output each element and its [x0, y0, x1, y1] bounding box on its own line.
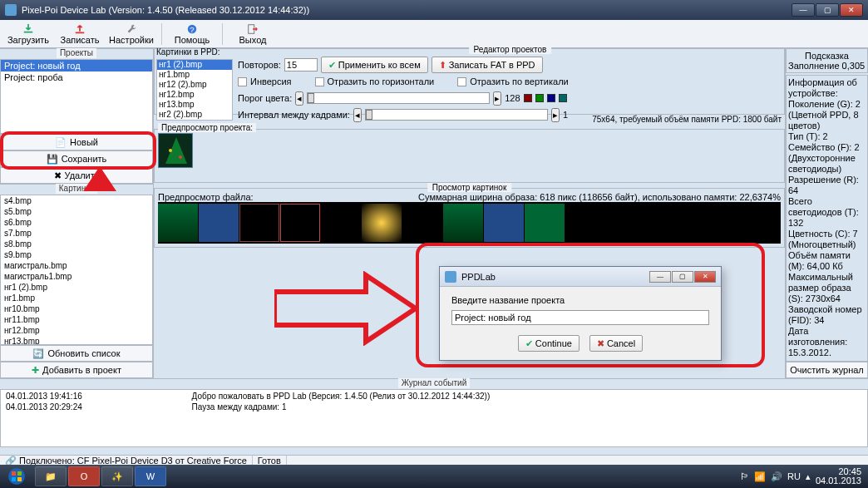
slider-right[interactable]: ▸: [551, 108, 560, 122]
maximize-button[interactable]: ▢: [816, 3, 839, 17]
clear-log-button[interactable]: Очистить журнал: [786, 362, 868, 378]
apply-all-button[interactable]: ✔Применить ко всем: [321, 57, 428, 73]
images-list[interactable]: s4.bmps5.bmps6.bmps7.bmps8.bmps9.bmpмаги…: [0, 195, 153, 345]
dialog-minimize[interactable]: —: [649, 271, 671, 283]
new-project-button[interactable]: 📄Новый: [0, 134, 153, 150]
projects-title: Проекты: [57, 48, 96, 58]
ppd-item[interactable]: нг12.bmp: [157, 90, 232, 100]
close-button[interactable]: ✕: [840, 3, 863, 17]
refresh-list-button[interactable]: 🔄Обновить список: [0, 345, 153, 362]
ppd-images-list[interactable]: нг1 (2).bmpнг1.bmpнг12 (2).bmpнг12.bmpнг…: [156, 59, 233, 121]
editor-title: Редактор проектов: [469, 45, 552, 54]
image-item[interactable]: s9.bmp: [1, 249, 152, 260]
image-item[interactable]: s7.bmp: [1, 228, 152, 239]
image-item[interactable]: s4.bmp: [1, 195, 152, 206]
log-row: 04.01.2013 20:29:24Пауза между кадрами: …: [2, 402, 866, 412]
write-button[interactable]: Записать: [55, 22, 105, 47]
download-icon: [22, 23, 34, 35]
slider-left[interactable]: ◂: [295, 91, 303, 106]
slider-left[interactable]: ◂: [353, 108, 362, 122]
svg-rect-7: [12, 471, 16, 476]
x-icon: ✖: [597, 338, 604, 349]
flip-v-checkbox[interactable]: [457, 77, 466, 86]
taskbar-word[interactable]: W: [135, 466, 166, 486]
project-item[interactable]: Project: новый год: [1, 60, 152, 71]
file-icon: 📄: [55, 137, 67, 148]
slider-right[interactable]: ▸: [493, 91, 501, 106]
repeats-input[interactable]: [284, 58, 318, 71]
image-item[interactable]: нг1 (2).bmp: [1, 282, 152, 293]
taskbar-explorer[interactable]: 📁: [35, 466, 67, 486]
status-ready: Готов: [253, 456, 287, 465]
write-fat-button[interactable]: ⬆Записать FAT в PPD: [432, 57, 543, 73]
cancel-button[interactable]: ✖Cancel: [589, 335, 643, 352]
flip-h-checkbox[interactable]: [315, 77, 324, 86]
window-titlebar: Pixel-Poi Device Lab (Version: 1.4.50 (R…: [0, 0, 868, 20]
save-project-button[interactable]: 💾Сохранить: [0, 150, 153, 167]
minimize-button[interactable]: —: [792, 3, 815, 17]
dialog-title: PPDLab: [461, 272, 496, 282]
interval-slider[interactable]: [365, 109, 548, 121]
svg-point-4: [169, 149, 172, 152]
ppd-item[interactable]: нг1 (2).bmp: [157, 60, 232, 70]
event-log[interactable]: 04.01.2013 19:41:16Добро пожаловать в PP…: [0, 389, 868, 447]
load-button[interactable]: Загрузить: [3, 22, 53, 47]
svg-point-5: [179, 155, 182, 159]
threshold-slider[interactable]: [307, 92, 490, 104]
tray-flag-icon[interactable]: 🏳: [740, 471, 749, 481]
tray-network-icon[interactable]: 📶: [754, 471, 766, 482]
taskbar: 📁 O ✨ W 🏳 📶 🔊 RU ▴ 20:4504.01.2013: [0, 465, 868, 488]
projects-list[interactable]: Project: новый год Project: проба: [0, 59, 153, 134]
main-toolbar: Загрузить Записать Настройки ? Помощь Вы…: [0, 20, 868, 48]
app-icon: [5, 4, 17, 16]
image-item[interactable]: нг10.bmp: [1, 303, 152, 314]
event-log-title: Журнал событий: [398, 378, 471, 388]
image-item[interactable]: s5.bmp: [1, 206, 152, 217]
add-to-project-button[interactable]: ✚Добавить в проект: [0, 362, 153, 378]
image-item[interactable]: s8.bmp: [1, 239, 152, 249]
image-item[interactable]: магистраль1.bmp: [1, 271, 152, 282]
svg-rect-8: [17, 471, 22, 476]
project-item[interactable]: Project: проба: [1, 71, 152, 83]
color-swatch[interactable]: [524, 94, 532, 102]
hint-fill: Заполнение 0,305: [788, 61, 866, 71]
image-item[interactable]: нг13.bmp: [1, 336, 152, 345]
images-title: Картинки: [56, 184, 97, 194]
color-swatch[interactable]: [535, 94, 544, 102]
svg-text:?: ?: [190, 24, 194, 33]
project-name-input[interactable]: [451, 310, 709, 325]
image-item[interactable]: нг12.bmp: [1, 325, 152, 336]
ppd-item[interactable]: нг2 (2).bmp: [157, 110, 232, 120]
dialog-prompt: Введите название проекта: [451, 295, 709, 305]
ppd-item[interactable]: нг13.bmp: [157, 100, 232, 110]
color-swatch[interactable]: [559, 94, 567, 102]
start-button[interactable]: [0, 465, 33, 488]
threshold-label: Порог цвета:: [238, 93, 292, 103]
taskbar-opera[interactable]: O: [68, 466, 100, 486]
image-item[interactable]: магистраль.bmp: [1, 260, 152, 271]
help-icon: ?: [186, 23, 198, 35]
svg-rect-10: [17, 477, 22, 481]
taskbar-app[interactable]: ✨: [101, 466, 133, 486]
refresh-icon: 🔄: [32, 348, 44, 359]
dialog-icon: [445, 271, 456, 283]
tray-clock[interactable]: 20:4504.01.2013: [816, 467, 861, 486]
tray-lang[interactable]: RU: [787, 471, 801, 481]
window-title: Pixel-Poi Device Lab (Version: 1.4.50 (R…: [22, 5, 309, 15]
continue-button[interactable]: ✔Continue: [518, 335, 579, 352]
help-button[interactable]: ? Помощь: [167, 22, 217, 47]
dialog-maximize[interactable]: ▢: [672, 271, 693, 283]
image-item[interactable]: s6.bmp: [1, 217, 152, 228]
dialog-close[interactable]: ✕: [694, 271, 716, 283]
invert-checkbox[interactable]: [238, 77, 247, 86]
color-swatch[interactable]: [547, 94, 555, 102]
exit-button[interactable]: Выход: [228, 22, 278, 47]
tray-sound-icon[interactable]: 🔊: [771, 471, 782, 482]
delete-project-button[interactable]: ✖Удалить: [0, 167, 153, 184]
ppd-item[interactable]: нг1.bmp: [157, 70, 232, 80]
settings-button[interactable]: Настройки: [106, 22, 156, 47]
image-item[interactable]: нг11.bmp: [1, 314, 152, 325]
ppd-item[interactable]: нг12 (2).bmp: [157, 80, 232, 90]
tray-chevron-icon[interactable]: ▴: [806, 471, 811, 482]
image-item[interactable]: нг1.bmp: [1, 293, 152, 303]
